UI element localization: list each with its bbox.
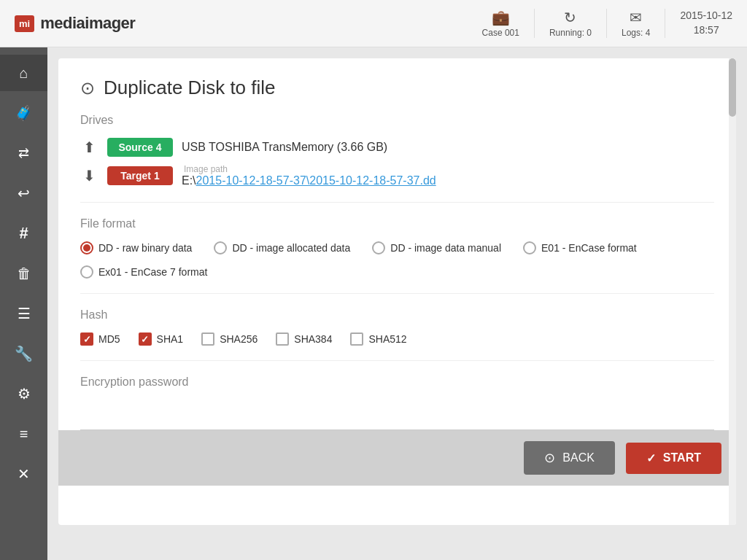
- time: 18:57: [680, 23, 732, 38]
- format-e01-label: E01 - EnCase format: [541, 242, 637, 254]
- back-label: BACK: [562, 451, 595, 464]
- scroll-bar[interactable]: [729, 58, 736, 525]
- header-icons: 💼 Case 001 ↻ Running: 0 ✉ Logs: 4 2015-1…: [468, 9, 732, 38]
- format-e01[interactable]: E01 - EnCase format: [523, 241, 637, 254]
- case-icon-item[interactable]: 💼 Case 001: [468, 9, 535, 38]
- briefcase-icon: 💼: [492, 9, 510, 26]
- format-dd-alloc[interactable]: DD - image allocated data: [214, 241, 350, 254]
- sidebar-item-undo[interactable]: ↩: [0, 175, 47, 211]
- running-icon: ↻: [564, 9, 576, 26]
- checkbox-sha256[interactable]: [201, 332, 214, 346]
- duplicate-disk-icon: ⊙: [80, 78, 95, 98]
- checkbox-sha384[interactable]: [276, 332, 289, 346]
- target-path: E:\2015-10-12-18-57-37\2015-10-12-18-57-…: [182, 174, 436, 187]
- logs-icon: ✉: [630, 9, 642, 26]
- hash-label: Hash: [80, 308, 714, 322]
- checkbox-md5[interactable]: [80, 332, 93, 346]
- list-icon: ☰: [18, 305, 31, 322]
- divider-1: [80, 202, 714, 203]
- target-path-prefix: E:\: [182, 174, 196, 187]
- image-path-label: Image path: [184, 164, 436, 174]
- upload-icon: ⬆: [80, 139, 98, 156]
- hash-sha256[interactable]: SHA256: [201, 332, 258, 346]
- start-label: START: [663, 451, 701, 464]
- content-area: ⊙ Duplicate Disk to file Drives ⬆ Source…: [47, 47, 747, 560]
- trash-icon: 🗑: [17, 265, 31, 282]
- divider-2: [80, 293, 714, 294]
- menu-icon: ≡: [20, 426, 28, 443]
- radio-dd-alloc[interactable]: [214, 241, 227, 254]
- format-dd-raw[interactable]: DD - raw binary data: [80, 241, 192, 254]
- page-title-text: Duplicate Disk to file: [104, 77, 276, 99]
- sidebar-item-close[interactable]: ✕: [0, 456, 47, 492]
- target-drive-row: ⬇ Target 1 Image path E:\2015-10-12-18-5…: [80, 164, 714, 187]
- close-icon: ✕: [18, 465, 30, 483]
- drives-label: Drives: [80, 114, 714, 127]
- sidebar-item-hash[interactable]: #: [0, 215, 47, 252]
- settings-icon: ⚙: [18, 385, 31, 402]
- hash-sha1-label: SHA1: [157, 333, 184, 345]
- scroll-thumb: [729, 58, 736, 117]
- sidebar-item-wrench[interactable]: 🔧: [0, 335, 47, 372]
- sidebar: ⌂ 🧳 ⇄ ↩ # 🗑 ☰ 🔧 ⚙ ≡ ✕: [0, 47, 47, 560]
- target-badge[interactable]: Target 1: [107, 166, 173, 185]
- sidebar-item-list[interactable]: ☰: [0, 295, 47, 332]
- sidebar-item-home[interactable]: ⌂: [0, 55, 47, 91]
- back-button[interactable]: ⊙ BACK: [524, 441, 615, 475]
- card: ⊙ Duplicate Disk to file Drives ⬆ Source…: [58, 58, 736, 525]
- radio-dd-raw[interactable]: [80, 241, 93, 254]
- encryption-input[interactable]: [80, 405, 714, 430]
- format-dd-alloc-label: DD - image allocated data: [232, 242, 350, 254]
- hash-sha512-label: SHA512: [368, 333, 406, 345]
- logs-label: Logs: 4: [622, 28, 650, 38]
- home-icon: ⌂: [19, 65, 28, 82]
- hash-group: MD5 SHA1 SHA256 SHA384 SHA512: [80, 332, 714, 346]
- sidebar-item-trash[interactable]: 🗑: [0, 255, 47, 292]
- hash-sha512[interactable]: SHA512: [350, 332, 406, 346]
- format-ex01[interactable]: Ex01 - EnCase 7 format: [80, 265, 207, 279]
- format-dd-raw-label: DD - raw binary data: [98, 242, 192, 254]
- briefcase-icon: 🧳: [15, 104, 33, 122]
- source-badge[interactable]: Source 4: [107, 138, 173, 157]
- target-path-value: 2015-10-12-18-57-37\2015-10-12-18-57-37.…: [196, 174, 436, 187]
- datetime: 2015-10-12 18:57: [665, 9, 732, 37]
- case-label: Case 001: [482, 28, 519, 38]
- shuffle-icon: ⇄: [18, 145, 29, 161]
- divider-3: [80, 360, 714, 361]
- start-icon: ✓: [646, 451, 656, 465]
- header: mi mediaimager 💼 Case 001 ↻ Running: 0 ✉…: [0, 0, 747, 47]
- logo-plain: media: [40, 14, 85, 32]
- source-drive-info: USB TOSHIBA TransMemory (3.66 GB): [182, 141, 387, 154]
- page-title: ⊙ Duplicate Disk to file: [80, 77, 714, 99]
- hash-sha256-label: SHA256: [220, 333, 258, 345]
- target-path-group: Image path E:\2015-10-12-18-57-37\2015-1…: [182, 164, 436, 187]
- file-format-label: File format: [80, 217, 714, 230]
- hash-md5[interactable]: MD5: [80, 332, 120, 346]
- radio-e01[interactable]: [523, 241, 536, 254]
- file-format-group: DD - raw binary data DD - image allocate…: [80, 241, 714, 279]
- hash-sha1[interactable]: SHA1: [139, 332, 184, 346]
- sidebar-item-briefcase[interactable]: 🧳: [0, 95, 47, 131]
- encryption-label: Encryption password: [80, 376, 714, 389]
- sidebar-item-settings[interactable]: ⚙: [0, 376, 47, 412]
- sidebar-item-shuffle[interactable]: ⇄: [0, 135, 47, 171]
- hash-md5-label: MD5: [98, 333, 120, 345]
- sidebar-item-menu[interactable]: ≡: [0, 416, 47, 452]
- format-dd-manual[interactable]: DD - image data manual: [372, 241, 501, 254]
- hash-sha384-label: SHA384: [294, 333, 332, 345]
- checkbox-sha1[interactable]: [139, 332, 152, 346]
- running-icon-item[interactable]: ↻ Running: 0: [535, 9, 607, 38]
- main-layout: ⌂ 🧳 ⇄ ↩ # 🗑 ☰ 🔧 ⚙ ≡ ✕: [0, 47, 747, 560]
- download-icon: ⬇: [80, 167, 98, 184]
- wrench-icon: 🔧: [15, 345, 33, 362]
- logo-icon: mi: [15, 15, 34, 32]
- back-icon: ⊙: [544, 450, 555, 466]
- hash-sha384[interactable]: SHA384: [276, 332, 332, 346]
- start-button[interactable]: ✓ START: [626, 443, 721, 474]
- undo-icon: ↩: [18, 184, 30, 202]
- format-ex01-label: Ex01 - EnCase 7 format: [98, 266, 207, 278]
- checkbox-sha512[interactable]: [350, 332, 363, 346]
- radio-ex01[interactable]: [80, 265, 93, 279]
- radio-dd-manual[interactable]: [372, 241, 385, 254]
- logs-icon-item[interactable]: ✉ Logs: 4: [607, 9, 665, 38]
